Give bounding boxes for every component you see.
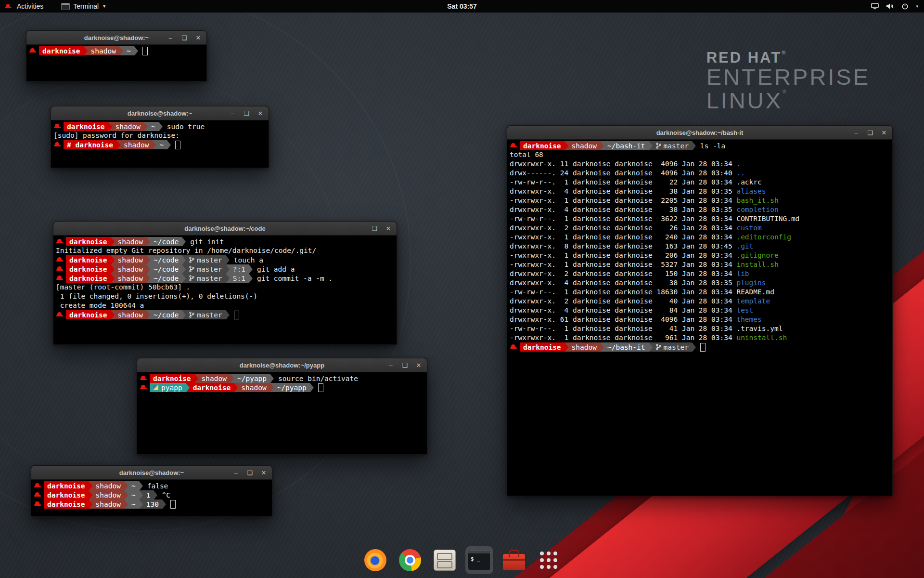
window-titlebar[interactable]: darknoise@shadow:~ – ❏ ✕ xyxy=(26,31,206,45)
terminal-content[interactable]: darknoiseshadow~ xyxy=(26,45,206,81)
terminal-content[interactable]: darknoiseshadow~/bash-itmasterls -latota… xyxy=(507,140,892,496)
file-name: . xyxy=(736,160,741,168)
terminal-window-exitcodes[interactable]: darknoise@shadow:~ – ❏ ✕ darknoiseshadow… xyxy=(31,465,272,516)
powerline-separator xyxy=(226,264,230,274)
redhat-prompt-icon xyxy=(56,257,63,263)
dock-item-show-applications[interactable] xyxy=(535,546,563,574)
ls-output-line: drwx------. 24 darknoise darknoise 4096 … xyxy=(510,169,890,178)
prompt-line: # darknoiseshadow~ xyxy=(53,140,266,149)
file-name: install.sh xyxy=(736,261,778,268)
prompt-segment-path: ~ xyxy=(148,122,159,131)
dock-item-chrome[interactable] xyxy=(396,546,424,574)
app-menu-label: Terminal xyxy=(73,2,99,10)
terminal-content[interactable]: darknoiseshadow~/pyappsource bin/activat… xyxy=(137,372,427,454)
close-button[interactable]: ✕ xyxy=(881,129,887,136)
terminal-content[interactable]: darknoiseshadow~falsedarknoiseshadow~1^C… xyxy=(31,480,272,516)
powerline-separator xyxy=(89,481,92,490)
prompt-segment-path: ~ xyxy=(128,481,139,490)
ls-output-line: drwxrwxr-x. 4 darknoise darknoise 38 Jan… xyxy=(510,205,890,214)
terminal-window-home-1[interactable]: darknoise@shadow:~ – ❏ ✕ darknoiseshadow… xyxy=(26,30,207,81)
maximize-button[interactable]: ❏ xyxy=(243,110,250,117)
window-titlebar[interactable]: darknoise@shadow:~ – ❏ ✕ xyxy=(51,106,269,120)
minimize-button[interactable]: – xyxy=(232,469,239,476)
dock-item-firefox[interactable] xyxy=(361,546,389,574)
file-name: bash_it.sh xyxy=(736,197,778,204)
prompt-segment-path: ~/code xyxy=(150,310,182,319)
powerline-separator xyxy=(649,141,653,150)
minimize-button[interactable]: – xyxy=(853,129,860,136)
ls-output-line: -rw-rw-r--. 1 darknoise darknoise 18630 … xyxy=(510,288,890,297)
powerline-separator xyxy=(152,140,156,149)
powerline-separator xyxy=(182,255,186,264)
powerline-separator xyxy=(134,46,138,55)
file-name: .git xyxy=(736,242,753,250)
minimize-button[interactable]: – xyxy=(229,110,236,117)
terminal-cursor xyxy=(175,141,180,149)
powerline-separator xyxy=(124,481,128,490)
firefox-icon xyxy=(364,549,386,571)
maximize-button[interactable]: ❏ xyxy=(246,469,253,476)
git-branch-icon xyxy=(189,266,194,272)
terminal-window-code[interactable]: darknoise@shadow:~/code – ❏ ✕ darknoises… xyxy=(53,221,397,345)
powerline-separator xyxy=(194,374,198,383)
terminal-window-sudo[interactable]: darknoise@shadow:~ – ❏ ✕ darknoiseshadow… xyxy=(51,106,269,168)
ls-output-line: drwxrwxr-x. 4 darknoise darknoise 38 Jan… xyxy=(510,278,890,288)
prompt-segment-git: master xyxy=(186,264,225,274)
powerline-separator xyxy=(182,274,186,283)
prompt-segment-user: darknoise xyxy=(44,490,89,499)
close-button[interactable]: ✕ xyxy=(260,469,267,476)
terminal-content[interactable]: darknoiseshadow~/codegit initInitialized… xyxy=(53,236,397,344)
close-button[interactable]: ✕ xyxy=(257,110,264,117)
prompt-segment-user: darknoise xyxy=(150,374,194,383)
powerline-separator xyxy=(249,274,253,283)
git-branch-icon xyxy=(189,275,194,281)
window-titlebar[interactable]: darknoise@shadow:~/pyapp – ❏ ✕ xyxy=(137,358,427,372)
minimize-button[interactable]: – xyxy=(357,225,364,232)
redhat-prompt-icon xyxy=(34,492,41,498)
prompt-segment-user: darknoise xyxy=(66,255,111,264)
file-name: custom xyxy=(736,224,761,232)
prompt-segment-user: darknoise xyxy=(66,310,111,319)
terminal-window-pyapp[interactable]: darknoise@shadow:~/pyapp – ❏ ✕ darknoise… xyxy=(137,358,427,455)
power-icon xyxy=(901,3,909,10)
maximize-button[interactable]: ❏ xyxy=(401,362,408,369)
clock[interactable]: Sat 03:57 xyxy=(447,2,476,10)
powerline-separator xyxy=(108,122,112,131)
maximize-button[interactable]: ❏ xyxy=(867,129,873,136)
terminal-window-bash-it[interactable]: darknoise@shadow:~/bash-it – ❏ ✕ darknoi… xyxy=(507,125,893,496)
powerline-separator xyxy=(111,264,115,274)
app-menu-terminal[interactable]: Terminal ▼ xyxy=(61,2,106,10)
gnome-top-bar: Activities Terminal ▼ Sat 03:57 ▾ xyxy=(0,0,924,13)
powerline-separator xyxy=(600,141,604,150)
system-status-area[interactable]: ▾ xyxy=(871,3,924,10)
prompt-line: darknoiseshadow~/bash-itmaster xyxy=(510,342,890,352)
powerline-separator xyxy=(167,140,171,149)
prompt-segment-host: shadow xyxy=(568,342,600,352)
window-titlebar[interactable]: darknoise@shadow:~/code – ❏ ✕ xyxy=(53,222,397,236)
window-titlebar[interactable]: darknoise@shadow:~/bash-it – ❏ ✕ xyxy=(507,126,892,140)
prompt-line: pyappdarknoiseshadow~/pyapp xyxy=(140,383,424,392)
minimize-button[interactable]: – xyxy=(387,362,394,369)
dock-item-software-toolbox[interactable] xyxy=(500,546,528,574)
redhat-prompt-icon xyxy=(54,123,61,130)
prompt-segment-path: ~/bash-it xyxy=(604,342,649,352)
close-button[interactable]: ✕ xyxy=(385,225,392,232)
maximize-button[interactable]: ❏ xyxy=(181,34,188,41)
redhat-prompt-icon xyxy=(510,344,517,350)
window-titlebar[interactable]: darknoise@shadow:~ – ❏ ✕ xyxy=(31,466,272,480)
command-text: touch a xyxy=(234,256,263,264)
close-button[interactable]: ✕ xyxy=(195,34,202,41)
prompt-line: darknoiseshadow~/codemastertouch a xyxy=(56,255,394,264)
activities-button[interactable]: Activities xyxy=(15,2,45,10)
prompt-line: darknoiseshadow~/codemasterS:1git commit… xyxy=(56,274,394,283)
dock-item-terminal[interactable] xyxy=(465,546,493,574)
prompt-segment-user: # darknoise xyxy=(64,140,116,149)
dock-item-files[interactable] xyxy=(431,546,459,574)
powerline-separator xyxy=(124,499,128,509)
powerline-separator xyxy=(84,46,88,55)
redhat-prompt-icon xyxy=(34,501,41,507)
minimize-button[interactable]: – xyxy=(167,34,174,41)
maximize-button[interactable]: ❏ xyxy=(371,225,378,232)
close-button[interactable]: ✕ xyxy=(415,362,422,369)
terminal-content[interactable]: darknoiseshadow~sudo true[sudo] password… xyxy=(51,120,269,168)
